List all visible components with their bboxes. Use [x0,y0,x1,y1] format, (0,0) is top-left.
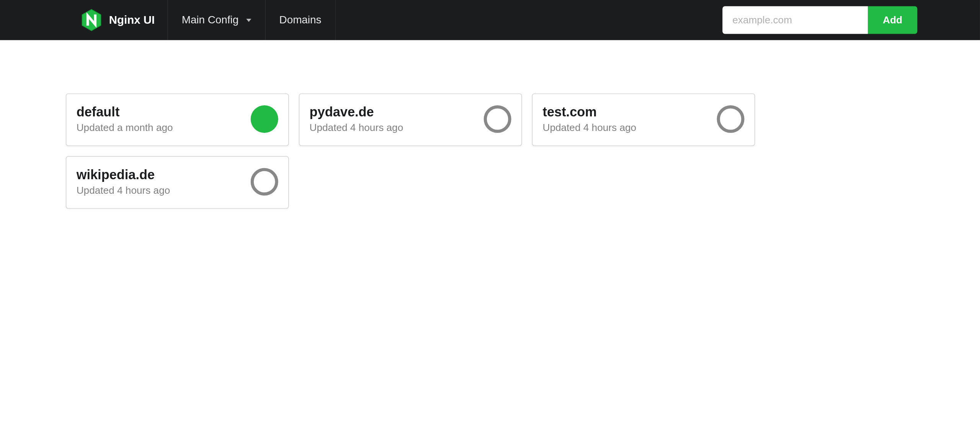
navbar: Nginx UI Main Config Domains Add [0,0,980,40]
domain-name: default [77,105,173,119]
add-domain-group: Add [722,0,980,40]
status-active-icon[interactable] [251,105,278,133]
domain-updated: Updated 4 hours ago [310,122,403,133]
status-inactive-icon[interactable] [251,168,278,196]
domain-updated: Updated a month ago [77,122,173,133]
status-inactive-icon[interactable] [484,105,511,133]
nginx-hex-icon [82,9,101,31]
domain-card[interactable]: wikipedia.deUpdated 4 hours ago [66,156,289,209]
content: defaultUpdated a month agopydave.deUpdat… [0,40,980,234]
domain-card[interactable]: test.comUpdated 4 hours ago [532,93,755,146]
domain-card-info: defaultUpdated a month ago [77,105,173,133]
domain-card[interactable]: pydave.deUpdated 4 hours ago [299,93,522,146]
domain-card-info: wikipedia.deUpdated 4 hours ago [77,167,170,196]
domain-name: wikipedia.de [77,167,170,182]
brand-title: Nginx UI [109,13,155,26]
domain-updated: Updated 4 hours ago [77,185,170,196]
nav-main-config[interactable]: Main Config [168,0,266,40]
nav-domains[interactable]: Domains [266,0,336,40]
domain-card-info: test.comUpdated 4 hours ago [542,105,636,133]
status-inactive-icon[interactable] [717,105,744,133]
domain-updated: Updated 4 hours ago [542,122,636,133]
domain-name: pydave.de [310,105,403,119]
domain-name: test.com [542,105,636,119]
nav-domains-label: Domains [279,14,322,26]
nav-main-config-label: Main Config [182,14,238,26]
brand[interactable]: Nginx UI [0,0,168,40]
domain-card[interactable]: defaultUpdated a month ago [66,93,289,146]
domain-card-info: pydave.deUpdated 4 hours ago [310,105,403,133]
add-domain-input[interactable] [722,6,868,34]
add-domain-button[interactable]: Add [868,6,917,34]
nav-spacer [336,0,722,40]
domain-cards: defaultUpdated a month agopydave.deUpdat… [66,93,914,209]
